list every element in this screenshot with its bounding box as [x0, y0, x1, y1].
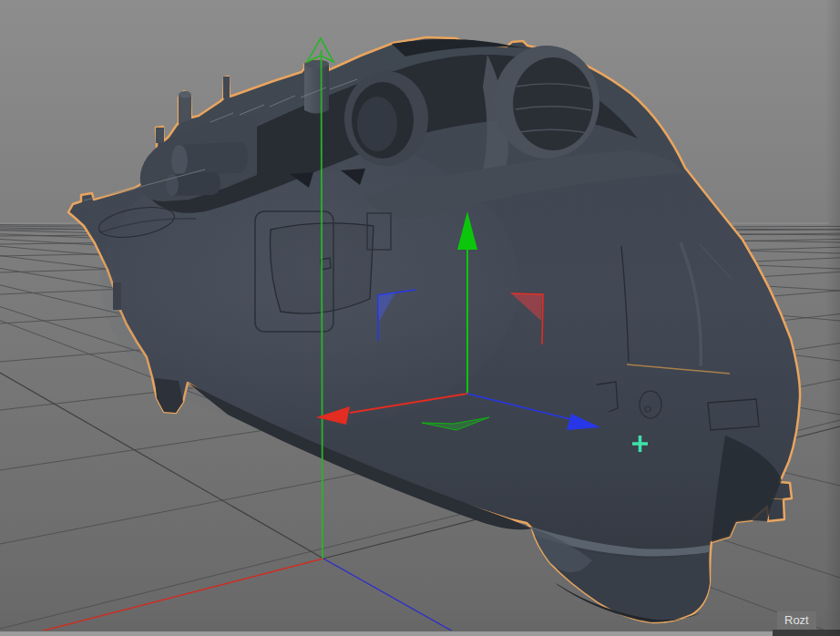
- antenna: [156, 128, 164, 143]
- antenna: [113, 282, 121, 310]
- viewport-3d[interactable]: Rozt: [0, 0, 840, 636]
- status-tooltip: Rozt: [777, 611, 816, 630]
- scene-svg: [0, 0, 840, 636]
- lower-fin-face: [155, 378, 183, 413]
- status-tooltip-label: Rozt: [784, 613, 809, 627]
- world-x-axis-line: [23, 559, 323, 636]
- big-cylinder: [304, 61, 329, 114]
- intake-bore: [513, 57, 593, 150]
- stub-cylinder: [179, 142, 248, 176]
- engine-opening-cup: [357, 97, 397, 151]
- bottom-panel-edge: [0, 631, 840, 636]
- stub-cylinder: [171, 172, 220, 196]
- antenna: [223, 77, 230, 98]
- stub-cylinder-cap: [171, 145, 188, 176]
- world-y-axis-arrow: [307, 38, 333, 62]
- world-z-axis-line: [323, 559, 461, 636]
- mast-cap: [179, 92, 191, 98]
- viewport-right-edge-shade: [825, 0, 840, 636]
- helicopter-model[interactable]: [68, 37, 800, 622]
